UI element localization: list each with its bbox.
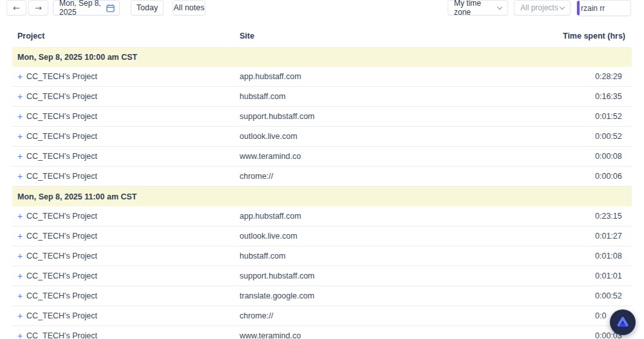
project-name: CC_TECH's Project (26, 311, 97, 320)
calendar-icon (106, 4, 115, 12)
site-url: app.hubstaff.com (240, 212, 301, 221)
section-header: Mon, Sep 8, 2025 10:00 am CST (12, 47, 632, 67)
project-name: CC_TECH's Project (26, 232, 97, 241)
site-url: translate.google.com (240, 291, 314, 300)
time-spent: 0:28:29 (595, 72, 625, 81)
table-row[interactable]: + CC_TECH's Project translate.google.com… (12, 286, 632, 306)
table-row[interactable]: + CC_TECH's Project app.hubstaff.com 0:2… (12, 67, 632, 87)
project-name: CC_TECH's Project (26, 72, 97, 81)
table-row[interactable]: + CC_TECH's Project www.teramind.co 0:00… (12, 326, 632, 339)
time-spent: 0:01:27 (595, 232, 625, 241)
column-header-time-spent: Time spent (hrs) (563, 32, 625, 41)
today-button[interactable]: Today (131, 0, 164, 15)
projects-filter-placeholder: All projects (520, 3, 558, 12)
toolbar-right-group: My time zone All projects (448, 0, 631, 16)
section-header: Mon, Sep 8, 2025 11:00 am CST (12, 187, 632, 206)
section-rows: + CC_TECH's Project app.hubstaff.com 0:2… (12, 67, 632, 187)
table-row[interactable]: + CC_TECH's Project www.teramind.co 0:00… (12, 147, 632, 167)
table-row[interactable]: + CC_TECH's Project support.hubstaff.com… (12, 107, 632, 127)
toolbar-left-group: ← → Mon, Sep 8, 2025 Today All notes (6, 0, 205, 15)
chevron-down-icon (560, 4, 565, 9)
table-row[interactable]: + CC_TECH's Project outlook.live.com 0:0… (12, 127, 632, 147)
project-name: CC_TECH's Project (26, 132, 97, 141)
time-spent: 0:00:52 (595, 132, 625, 141)
timezone-dropdown[interactable]: My time zone (448, 0, 508, 15)
all-notes-button-label: All notes (174, 3, 205, 12)
site-url: outlook.live.com (240, 132, 298, 141)
today-button-label: Today (137, 3, 158, 12)
project-name: CC_TECH's Project (26, 92, 97, 101)
site-url: outlook.live.com (240, 232, 298, 241)
expand-plus-icon[interactable]: + (17, 232, 23, 241)
time-spent: 0:01:01 (595, 271, 625, 280)
time-spent: 0:01:08 (595, 252, 625, 261)
expand-plus-icon[interactable]: + (17, 291, 23, 300)
project-name: CC_TECH's Project (26, 331, 97, 339)
text-caret (577, 1, 580, 15)
time-spent: 0:00:06 (595, 172, 625, 181)
expand-plus-icon[interactable]: + (17, 212, 23, 221)
table-row[interactable]: + CC_TECH's Project chrome:// 0:00:06 (12, 167, 632, 187)
site-url: hubstaff.com (240, 252, 285, 261)
next-day-button[interactable]: → (28, 0, 48, 15)
arrow-left-icon: ← (13, 3, 20, 13)
table-row[interactable]: + CC_TECH's Project hubstaff.com 0:16:35 (12, 87, 632, 107)
activity-table: Project Site Time spent (hrs) Mon, Sep 8… (12, 26, 632, 339)
help-chat-widget-button[interactable] (610, 309, 636, 335)
table-row[interactable]: + CC_TECH's Project hubstaff.com 0:01:08 (12, 246, 632, 266)
date-picker-field[interactable]: Mon, Sep 8, 2025 (53, 0, 120, 15)
site-url: app.hubstaff.com (240, 72, 301, 81)
time-spent: 0:01:52 (595, 112, 625, 121)
expand-plus-icon[interactable]: + (17, 112, 23, 121)
expand-plus-icon[interactable]: + (17, 252, 23, 261)
member-search-input[interactable] (581, 1, 629, 15)
date-value: Mon, Sep 8, 2025 (59, 0, 106, 17)
previous-day-button[interactable]: ← (6, 0, 26, 15)
site-url: support.hubstaff.com (240, 112, 315, 121)
table-body: Mon, Sep 8, 2025 10:00 am CST + CC_TECH'… (12, 47, 632, 339)
expand-plus-icon[interactable]: + (17, 92, 23, 101)
section-header-label: Mon, Sep 8, 2025 11:00 am CST (17, 192, 137, 201)
table-header-row: Project Site Time spent (hrs) (12, 26, 632, 47)
time-spent: 0:00:52 (595, 291, 625, 300)
site-url: www.teramind.co (240, 331, 301, 339)
member-search-field[interactable] (576, 0, 631, 16)
toolbar: ← → Mon, Sep 8, 2025 Today All notes My … (0, 0, 644, 26)
time-spent: 0:16:35 (595, 92, 625, 101)
site-url: hubstaff.com (240, 92, 285, 101)
site-url: www.teramind.co (240, 152, 301, 161)
column-header-site: Site (240, 32, 254, 41)
all-notes-button[interactable]: All notes (173, 0, 205, 15)
site-url: chrome:// (240, 172, 273, 181)
project-name: CC_TECH's Project (26, 152, 97, 161)
timezone-dropdown-value: My time zone (454, 0, 498, 17)
site-url: support.hubstaff.com (240, 271, 315, 280)
time-spent: 0:00:08 (595, 152, 625, 161)
time-section: Mon, Sep 8, 2025 10:00 am CST + CC_TECH'… (12, 47, 632, 187)
site-url: chrome:// (240, 311, 273, 320)
column-header-project: Project (17, 32, 44, 41)
project-name: CC_TECH's Project (26, 271, 97, 280)
table-row[interactable]: + CC_TECH's Project app.hubstaff.com 0:2… (12, 206, 632, 226)
section-header-label: Mon, Sep 8, 2025 10:00 am CST (17, 53, 137, 62)
table-row[interactable]: + CC_TECH's Project chrome:// 0:0 (12, 306, 632, 326)
project-name: CC_TECH's Project (26, 212, 97, 221)
chat-widget-icon (616, 315, 630, 329)
table-row[interactable]: + CC_TECH's Project support.hubstaff.com… (12, 266, 632, 286)
project-name: CC_TECH's Project (26, 252, 97, 261)
project-name: CC_TECH's Project (26, 291, 97, 300)
time-section: Mon, Sep 8, 2025 11:00 am CST + CC_TECH'… (12, 187, 632, 339)
time-spent: 0:23:15 (595, 212, 625, 221)
expand-plus-icon[interactable]: + (17, 271, 23, 280)
project-name: CC_TECH's Project (26, 172, 97, 181)
projects-filter-dropdown[interactable]: All projects (514, 0, 571, 15)
expand-plus-icon[interactable]: + (17, 152, 23, 161)
table-row[interactable]: + CC_TECH's Project outlook.live.com 0:0… (12, 226, 632, 246)
project-name: CC_TECH's Project (26, 112, 97, 121)
expand-plus-icon[interactable]: + (17, 311, 23, 320)
expand-plus-icon[interactable]: + (17, 331, 23, 339)
expand-plus-icon[interactable]: + (17, 72, 23, 81)
arrow-right-icon: → (35, 3, 42, 13)
expand-plus-icon[interactable]: + (17, 132, 23, 141)
expand-plus-icon[interactable]: + (17, 172, 23, 181)
